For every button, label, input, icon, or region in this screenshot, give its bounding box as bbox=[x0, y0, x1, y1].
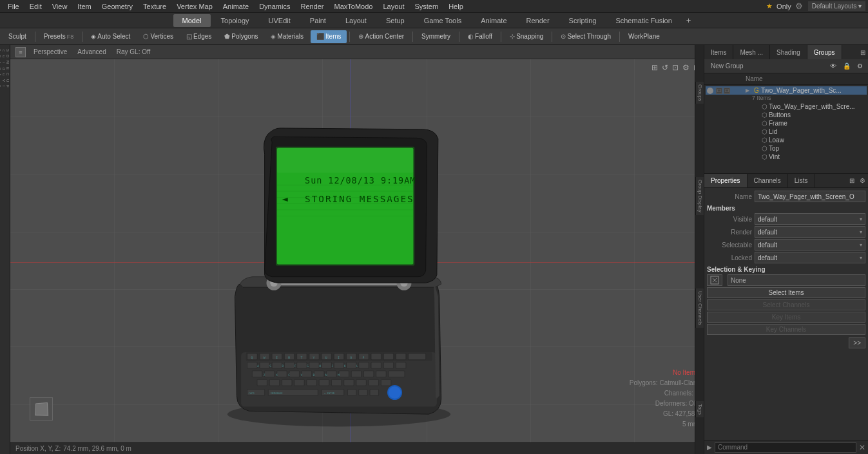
mode-layout[interactable]: Layout bbox=[336, 14, 376, 27]
items-btn[interactable]: ⬛ Items bbox=[311, 30, 347, 43]
tree-root[interactable]: □ □ ▶ G Two_Way_Pager_with_Sc... bbox=[706, 86, 867, 95]
select-toggle[interactable]: □ bbox=[724, 88, 730, 94]
groups-expand-icon[interactable]: ⊞ bbox=[858, 49, 868, 56]
materials-btn[interactable]: ◈ Materials bbox=[265, 30, 309, 43]
edges-btn[interactable]: ◱ Edges bbox=[180, 30, 217, 43]
mode-game-tools[interactable]: Game Tools bbox=[415, 14, 471, 27]
mode-scripting[interactable]: Scripting bbox=[560, 14, 606, 27]
tree-item[interactable]: ▶ ⬡ Frame bbox=[706, 119, 867, 128]
sidebar-tool-duplicate[interactable]: Duplic. bbox=[1, 53, 10, 59]
prop-tab-properties[interactable]: Properties bbox=[704, 174, 747, 187]
sidebar-tool-mirror[interactable]: Mir. bbox=[1, 59, 10, 65]
prop-tab-lists[interactable]: Lists bbox=[788, 174, 815, 187]
sidebar-tool-cut[interactable]: Cut bbox=[1, 71, 10, 77]
tree-item[interactable]: ▶ ⬡ Loaw bbox=[706, 136, 867, 144]
presets-btn[interactable]: Presets F8 bbox=[38, 30, 79, 43]
mode-model[interactable]: Model bbox=[173, 14, 211, 27]
render-toggle[interactable]: □ bbox=[716, 88, 722, 94]
cmd-clear-icon[interactable]: ✕ bbox=[859, 443, 865, 452]
edge-tab-user-channels[interactable]: User Channels bbox=[695, 288, 704, 328]
mode-animate[interactable]: Animate bbox=[472, 14, 516, 27]
menu-texture[interactable]: Texture bbox=[138, 0, 171, 12]
action-center-btn[interactable]: ⊕ Action Center bbox=[352, 30, 410, 43]
menu-help[interactable]: Help bbox=[443, 0, 468, 12]
snapping-btn[interactable]: ⊹ Snapping bbox=[504, 30, 549, 43]
edge-tab-groups[interactable]: Groups bbox=[695, 82, 704, 104]
menu-system[interactable]: System bbox=[409, 0, 443, 12]
sculpt-btn[interactable]: Sculpt bbox=[3, 30, 32, 43]
key-channels-btn[interactable]: Key Channels bbox=[707, 324, 865, 335]
menu-maxtomodo[interactable]: MaxToModo bbox=[329, 0, 378, 12]
prop-panel-expand[interactable]: ⊞ bbox=[847, 177, 857, 184]
sidebar-tool-sculpt[interactable]: Sculpt bbox=[1, 48, 10, 53]
mode-render[interactable]: Render bbox=[517, 14, 559, 27]
groups-tree[interactable]: □ □ ▶ G Two_Way_Pager_with_Sc... 7 Items… bbox=[704, 85, 868, 173]
menu-geometry[interactable]: Geometry bbox=[97, 0, 138, 12]
prop-panel-settings[interactable]: ⚙ bbox=[857, 177, 868, 184]
mode-schematic[interactable]: Schematic Fusion bbox=[606, 14, 680, 27]
default-layouts[interactable]: Default Layouts ▾ bbox=[808, 1, 865, 11]
groups-vis-icon[interactable]: 👁 bbox=[827, 61, 839, 71]
key-items-btn[interactable]: Key Items bbox=[707, 312, 865, 323]
visible-select[interactable]: default ▾ bbox=[755, 213, 865, 225]
tree-expand-arrow[interactable]: ▶ bbox=[746, 88, 752, 93]
menu-file[interactable]: File bbox=[3, 0, 24, 12]
falloff-btn[interactable]: ◐ Falloff bbox=[462, 30, 498, 43]
menu-render[interactable]: Render bbox=[295, 0, 329, 12]
menu-vertex-map[interactable]: Vertex Map bbox=[171, 0, 218, 12]
sidebar-tool-uv[interactable]: UV bbox=[1, 78, 10, 83]
groups-tab-items[interactable]: Items bbox=[704, 45, 733, 59]
selectable-select[interactable]: default ▾ bbox=[755, 239, 865, 251]
mode-uvedit[interactable]: UVEdit bbox=[260, 14, 300, 27]
groups-lock-icon[interactable]: 🔒 bbox=[840, 61, 853, 71]
groups-tab-mesh[interactable]: Mesh ... bbox=[733, 45, 770, 59]
prop-tab-channels[interactable]: Channels bbox=[747, 174, 788, 187]
add-mode-btn[interactable]: + bbox=[682, 15, 695, 25]
sidebar-tool-fluid[interactable]: Fluid bbox=[1, 84, 10, 89]
nav-cube[interactable] bbox=[30, 397, 55, 423]
sidebar-tool-edge-poly[interactable]: Edg/Poly bbox=[1, 66, 10, 71]
edge-tab-tags[interactable]: Tags bbox=[695, 401, 704, 417]
select-items-btn[interactable]: Select Items bbox=[707, 287, 865, 298]
tree-item[interactable]: ▶ ⬡ Vint bbox=[706, 153, 867, 161]
new-group-btn[interactable]: New Group bbox=[707, 61, 747, 71]
symmetry-btn[interactable]: Symmetry bbox=[416, 30, 456, 43]
tree-item[interactable]: ▶ ⬡ Top bbox=[706, 144, 867, 153]
select-through-btn[interactable]: ⊙ Select Through bbox=[555, 30, 617, 43]
auto-select-btn[interactable]: ◈ Auto Select bbox=[85, 30, 136, 43]
perspective-btn[interactable]: Perspective bbox=[31, 48, 70, 55]
mode-topology[interactable]: Topology bbox=[212, 14, 258, 27]
none-icon-btn[interactable] bbox=[707, 274, 722, 286]
locked-select[interactable]: default ▾ bbox=[755, 252, 865, 263]
arrow-btn[interactable]: >> bbox=[849, 337, 865, 348]
groups-settings-icon[interactable]: ⚙ bbox=[854, 61, 865, 71]
viewport-orient-icon[interactable]: ⊞ bbox=[650, 62, 659, 73]
viewport-settings-icon[interactable]: ⚙ bbox=[681, 62, 691, 73]
vertices-btn[interactable]: ⬡ Vertices bbox=[137, 30, 179, 43]
mode-paint[interactable]: Paint bbox=[301, 14, 335, 27]
viewport-reset-icon[interactable]: ↺ bbox=[661, 62, 670, 73]
menu-layout[interactable]: Layout bbox=[378, 0, 409, 12]
groups-tab-shading[interactable]: Shading bbox=[770, 45, 807, 59]
settings-icon[interactable]: ⚙ bbox=[795, 1, 803, 11]
polygons-btn[interactable]: ⬟ Polygons bbox=[218, 30, 264, 43]
advanced-btn[interactable]: Advanced bbox=[75, 48, 108, 55]
viewport-menu-btn[interactable]: ≡ bbox=[15, 47, 26, 57]
tree-item[interactable]: ▶ ⬡ Buttons bbox=[706, 111, 867, 119]
ray-gl-btn[interactable]: Ray GL: Off bbox=[114, 48, 153, 55]
select-channels-btn[interactable]: Select Channels bbox=[707, 299, 865, 310]
cube-face[interactable] bbox=[30, 397, 53, 421]
menu-animate[interactable]: Animate bbox=[218, 0, 254, 12]
menu-view[interactable]: View bbox=[47, 0, 73, 12]
tree-item[interactable]: ▶ ⬡ Two_Way_Pager_with_Scre... bbox=[706, 102, 867, 111]
command-input[interactable] bbox=[715, 442, 856, 453]
menu-dynamics[interactable]: Dynamics bbox=[254, 0, 295, 12]
name-input[interactable] bbox=[755, 191, 865, 202]
workplane-btn[interactable]: WorkPlane bbox=[622, 30, 666, 43]
viewport-zoom-fit-icon[interactable]: ⊡ bbox=[671, 62, 680, 73]
render-select[interactable]: default ▾ bbox=[755, 226, 865, 238]
menu-item[interactable]: Item bbox=[72, 0, 96, 12]
mode-setup[interactable]: Setup bbox=[377, 14, 414, 27]
edge-tab-group-display[interactable]: Group Display bbox=[695, 177, 704, 215]
tree-item[interactable]: ▶ ⬡ Lid bbox=[706, 128, 867, 136]
